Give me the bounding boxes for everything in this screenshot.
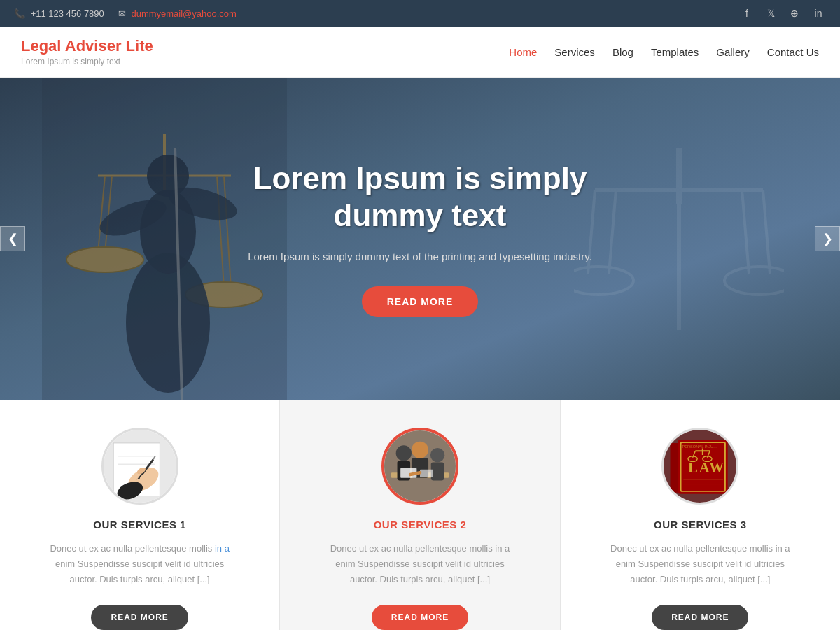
- svg-point-22: [724, 267, 784, 295]
- service-3-image-wrap: LAW PERSONAL INJU...: [662, 428, 738, 505]
- hero-subtitle: Lorem Ipsum is simply dummy text of the …: [248, 248, 592, 265]
- facebook-icon[interactable]: f: [739, 6, 755, 21]
- hero-title: Lorem Ipsum is simplydummy text: [248, 160, 592, 234]
- service-2-title: OUR SERVICES 2: [301, 519, 538, 531]
- svg-text:PERSONAL INJU...: PERSONAL INJU...: [682, 444, 718, 449]
- phone-info: 📞 +11 123 456 7890: [14, 8, 104, 19]
- email-link[interactable]: dummyemail@yahoo.com: [131, 8, 236, 19]
- nav-contact[interactable]: Contact Us: [767, 43, 819, 62]
- logo-accent: Lite: [126, 37, 153, 55]
- services-section: OUR SERVICES 1 Donec ut ex ac nulla pell…: [0, 400, 840, 630]
- hero-read-more-button[interactable]: READ MORE: [362, 286, 479, 317]
- svg-point-7: [66, 247, 144, 272]
- logo-title: Legal Adviser Lite: [21, 37, 153, 55]
- service-1-desc: Donec ut ex ac nulla pellentesque mollis…: [21, 541, 258, 587]
- main-nav: Home Services Blog Templates Gallery Con…: [509, 43, 819, 62]
- hero-prev-button[interactable]: ❮: [0, 226, 25, 251]
- service-3-desc: Donec ut ex ac nulla pellentesque mollis…: [582, 541, 819, 587]
- phone-number: +11 123 456 7890: [31, 8, 104, 19]
- logo-tagline: Lorem Ipsum is simply text: [21, 57, 153, 66]
- svg-point-42: [430, 448, 444, 462]
- service-2-image: [384, 430, 456, 502]
- service-3-image: LAW PERSONAL INJU...: [664, 430, 736, 503]
- prev-arrow-icon: ❮: [8, 231, 18, 246]
- svg-line-20: [763, 190, 770, 274]
- service-2-desc: Donec ut ex ac nulla pellentesque mollis…: [301, 541, 538, 587]
- google-plus-icon[interactable]: ⊕: [787, 6, 802, 21]
- nav-blog[interactable]: Blog: [612, 43, 634, 62]
- service-1-link[interactable]: in a: [215, 543, 230, 554]
- site-header: Legal Adviser Lite Lorem Ipsum is simply…: [0, 27, 840, 78]
- service-3-button[interactable]: READ MORE: [652, 605, 748, 630]
- phone-icon: 📞: [14, 8, 25, 19]
- service-1-button[interactable]: READ MORE: [91, 605, 188, 630]
- top-bar-contact: 📞 +11 123 456 7890 ✉ dummyemail@yahoo.co…: [14, 8, 237, 19]
- nav-services[interactable]: Services: [554, 43, 595, 62]
- service-2-image-wrap: [382, 428, 458, 505]
- hero-section: ❮ Lorem Ipsum is simplydummy text Lorem …: [0, 78, 840, 400]
- service-2-button[interactable]: READ MORE: [372, 605, 468, 630]
- service-card-3: LAW PERSONAL INJU... OUR SERVICES 3 Done…: [561, 400, 840, 630]
- svg-line-19: [742, 190, 749, 274]
- svg-rect-45: [420, 470, 433, 477]
- service-card-2: OUR SERVICES 2 Donec ut ex ac nulla pell…: [280, 400, 560, 630]
- logo: Legal Adviser Lite Lorem Ipsum is simply…: [21, 37, 153, 66]
- nav-gallery[interactable]: Gallery: [716, 43, 750, 62]
- hero-next-button[interactable]: ❯: [815, 226, 840, 251]
- hero-content: Lorem Ipsum is simplydummy text Lorem Ip…: [234, 160, 606, 317]
- svg-point-38: [396, 445, 412, 461]
- service-1-image: [104, 430, 176, 503]
- service-3-title: OUR SERVICES 3: [582, 519, 819, 531]
- svg-line-18: [609, 190, 616, 274]
- service-1-title: OUR SERVICES 1: [21, 519, 258, 531]
- next-arrow-icon: ❯: [822, 231, 833, 246]
- svg-line-46: [410, 472, 420, 475]
- linkedin-icon[interactable]: in: [811, 6, 826, 21]
- service-1-image-wrap: [102, 428, 178, 505]
- twitter-icon[interactable]: 𝕏: [763, 6, 778, 21]
- mail-icon: ✉: [118, 8, 126, 19]
- social-links: f 𝕏 ⊕ in: [739, 6, 826, 21]
- email-info: ✉ dummyemail@yahoo.com: [118, 8, 237, 19]
- logo-main: Legal Adviser: [21, 37, 121, 55]
- nav-home[interactable]: Home: [509, 43, 537, 62]
- svg-point-40: [412, 442, 428, 458]
- top-bar: 📞 +11 123 456 7890 ✉ dummyemail@yahoo.co…: [0, 0, 840, 27]
- service-card-1: OUR SERVICES 1 Donec ut ex ac nulla pell…: [0, 400, 280, 630]
- nav-templates[interactable]: Templates: [651, 43, 699, 62]
